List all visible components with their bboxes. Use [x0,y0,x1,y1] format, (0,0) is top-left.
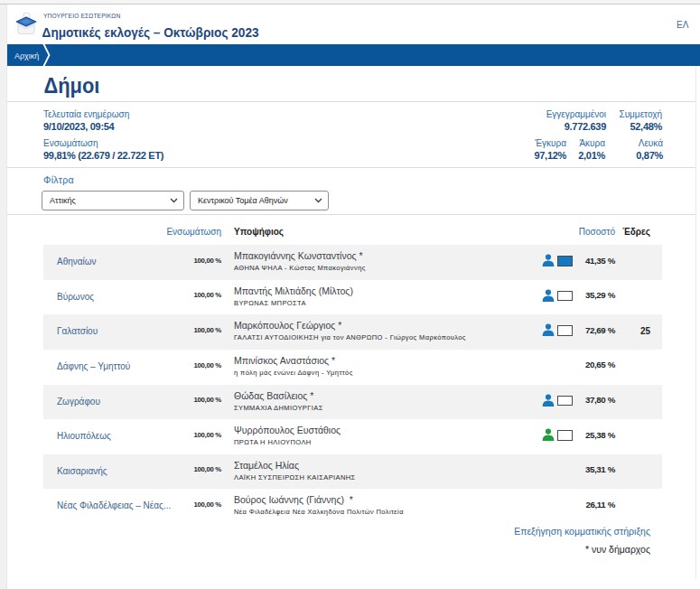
svg-text:Δήμοι: Δήμοι [43,73,99,98]
svg-text:ΥΠΟΥΡΓΕΙΟ ΕΣΩΤΕΡΙΚΩΝ: ΥΠΟΥΡΓΕΙΟ ΕΣΩΤΕΡΙΚΩΝ [43,12,120,20]
svg-text:Δημοτικές εκλογές – Οκτώβριος: Δημοτικές εκλογές – Οκτώβριος 2023 [42,24,259,40]
